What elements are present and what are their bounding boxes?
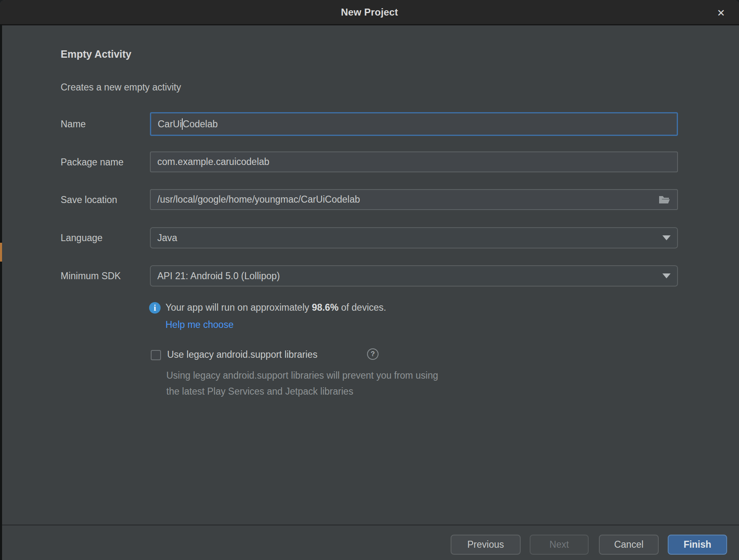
minimum-sdk-value: API 21: Android 5.0 (Lollipop) <box>157 271 280 282</box>
save-location-label: Save location <box>61 194 117 205</box>
close-icon[interactable]: ✕ <box>714 6 728 20</box>
info-icon: i <box>149 302 161 314</box>
sdk-coverage-percent: 98.6% <box>312 302 338 313</box>
name-label: Name <box>61 119 86 130</box>
legacy-description-line2: the latest Play Services and Jetpack lib… <box>166 386 353 397</box>
sdk-coverage-text-before: Your app will run on approximately <box>165 302 312 313</box>
save-location-value: /usr/local/google/home/youngmac/CarUiCod… <box>157 194 360 205</box>
legacy-support-label[interactable]: Use legacy android.support libraries <box>167 349 317 360</box>
minimum-sdk-label: Minimum SDK <box>61 271 121 282</box>
sdk-coverage-text-after: of devices. <box>338 302 386 313</box>
language-label: Language <box>61 233 102 244</box>
language-dropdown[interactable]: Java <box>150 227 678 248</box>
activity-type-heading: Empty Activity <box>61 48 131 60</box>
name-value-after-caret: Codelab <box>183 119 218 130</box>
legacy-support-checkbox[interactable] <box>151 350 161 360</box>
cancel-button[interactable]: Cancel <box>599 535 659 555</box>
package-name-value: com.example.caruicodelab <box>157 156 270 167</box>
dialog-title: New Project <box>0 7 739 18</box>
legacy-description-line1: Using legacy android.support libraries w… <box>166 370 438 381</box>
folder-open-icon[interactable] <box>658 195 671 205</box>
name-input[interactable]: CarUiCodelab <box>150 112 678 136</box>
dialog-titlebar[interactable]: New Project ✕ <box>0 0 739 25</box>
package-name-label: Package name <box>61 157 123 168</box>
chevron-down-icon <box>662 273 671 278</box>
sdk-coverage-text: Your app will run on approximately 98.6%… <box>165 302 386 313</box>
window-edge-accent <box>0 243 2 262</box>
activity-type-subtitle: Creates a new empty activity <box>61 82 181 93</box>
name-value-before-caret: CarUi <box>158 119 182 130</box>
previous-button[interactable]: Previous <box>451 535 521 555</box>
finish-button[interactable]: Finish <box>668 535 727 555</box>
minimum-sdk-dropdown[interactable]: API 21: Android 5.0 (Lollipop) <box>150 265 678 287</box>
footer-separator <box>0 524 739 526</box>
new-project-dialog: New Project ✕ Empty Activity Creates a n… <box>0 0 739 560</box>
help-me-choose-link[interactable]: Help me choose <box>165 319 233 330</box>
help-circle-icon[interactable]: ? <box>367 348 379 360</box>
language-value: Java <box>157 233 177 244</box>
legacy-support-description: Using legacy android.support libraries w… <box>166 368 438 400</box>
chevron-down-icon <box>662 235 671 240</box>
save-location-input[interactable]: /usr/local/google/home/youngmac/CarUiCod… <box>150 189 678 210</box>
package-name-input[interactable]: com.example.caruicodelab <box>150 151 678 172</box>
next-button[interactable]: Next <box>530 535 589 555</box>
